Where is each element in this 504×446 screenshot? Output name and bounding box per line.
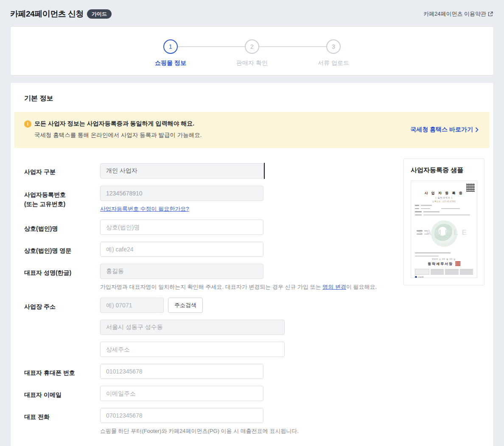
cert-subtitle: ( 일반과세자 )	[415, 196, 473, 199]
step-2-circle: 2	[245, 39, 259, 54]
chevron-right-icon	[475, 127, 479, 132]
address1-input	[100, 320, 285, 335]
cert-regno: 등록번호 : 123-45-67890	[415, 200, 473, 203]
mobile-label: 대표자 휴대폰 번호	[24, 364, 100, 379]
ceo-name-input	[100, 264, 263, 279]
nts-logo-icon	[415, 276, 417, 278]
cert-title: 사 업 자 등 록 증	[415, 191, 473, 195]
cert-agency: 국세청	[415, 276, 473, 278]
step-3-label: 서류 업로드	[318, 59, 349, 67]
stepper-card: 1 쇼핑몰 정보 2 판매자 확인 3 서류 업로드	[10, 26, 494, 75]
tel-input[interactable]	[100, 408, 263, 423]
basic-info-card: 기본 정보 i 모든 사업자 정보는 사업자등록증과 동일하게 입력해야 해요.…	[10, 82, 494, 446]
form-row-address: 사업장 주소 주소검색	[24, 298, 480, 357]
mobile-input[interactable]	[100, 364, 263, 379]
terms-link-label: 카페24페이먼츠 이용약관	[423, 10, 486, 18]
step-1-circle: 1	[163, 39, 178, 54]
cert-footer-strip	[415, 269, 473, 275]
text-cursor	[264, 163, 265, 179]
stepper: 1 쇼핑몰 정보 2 판매자 확인 3 서류 업로드	[163, 39, 341, 75]
step-doc-upload: 3 서류 업로드	[326, 39, 341, 54]
business-registration-sample-image: 사 업 자 등 록 증 ( 일반과세자 ) 등록번호 : 123-45-6789…	[411, 181, 477, 278]
cert-watermark-area: SAMPLE	[415, 217, 473, 250]
email-input[interactable]	[100, 386, 263, 401]
cert-text-line	[415, 256, 473, 257]
biz-number-input	[100, 186, 263, 201]
hometax-link[interactable]: 국세청 홈택스 바로가기	[410, 126, 479, 134]
company-name-input[interactable]	[100, 220, 263, 235]
email-label: 대표자 이메일	[24, 386, 100, 401]
page-header: 카페24페이먼츠 신청 가이드 카페24페이먼츠 이용약관	[0, 0, 504, 26]
step-seller-verify: 2 판매자 확인	[245, 39, 259, 54]
notice-line2: 국세청 홈택스를 통해 온라인에서 사업자 등록과 발급이 가능해요.	[34, 131, 202, 139]
form-row-mobile: 대표자 휴대폰 번호	[24, 364, 480, 379]
zip-code-input	[100, 298, 164, 313]
cert-date: 2020 년 00 월 00 일	[415, 258, 473, 260]
sample-certificate-box: 사업자등록증 샘플 사 업 자 등 록 증 ( 일반과세자 ) 등록번호 : 1…	[403, 159, 484, 285]
ceo-name-label: 대표자 성명(한글)	[24, 264, 100, 291]
ceo-name-helper: 가입자명과 대표자명이 일치하는지 확인해 주세요. 대표자가 변경되는 경우 …	[100, 283, 377, 291]
form-row-tel: 대표 전화 쇼핑몰 하단 푸터(Footer)와 카페24페이먼츠(PG) 이용…	[24, 408, 480, 435]
step-3-circle: 3	[326, 39, 341, 54]
biz-type-label: 사업자 구분	[24, 163, 100, 179]
biz-number-label2: (또는 고유번호)	[24, 199, 100, 209]
address2-input[interactable]	[100, 342, 285, 357]
info-icon: i	[24, 120, 31, 128]
notice-line1: 모든 사업자 정보는 사업자등록증과 동일하게 입력해야 해요.	[34, 120, 194, 128]
hometax-link-label: 국세청 홈택스 바로가기	[410, 126, 473, 134]
company-name-label: 상호(법인)명	[24, 220, 100, 235]
sample-title: 사업자등록증 샘플	[411, 166, 477, 174]
company-name-en-label: 상호(법인)명 영문	[24, 242, 100, 257]
tel-label: 대표 전화	[24, 408, 100, 435]
cert-text-line	[415, 215, 473, 216]
cert-text-line	[415, 211, 473, 212]
name-change-link[interactable]: 명의 변경	[322, 284, 346, 290]
address-label: 사업장 주소	[24, 298, 100, 357]
qr-code-icon	[466, 183, 475, 192]
biz-number-edit-link[interactable]: 사업자등록번호 수정이 필요한가요?	[100, 205, 189, 213]
company-name-en-input[interactable]	[100, 242, 263, 257]
tel-helper: 쇼핑몰 하단 푸터(Footer)와 카페24페이먼츠(PG) 이용 시 매출전…	[100, 427, 299, 435]
page-title: 카페24페이먼츠 신청	[10, 8, 84, 20]
step-shop-info: 1 쇼핑몰 정보	[163, 39, 178, 54]
form-row-email: 대표자 이메일	[24, 386, 480, 401]
step-2-label: 판매자 확인	[236, 59, 268, 67]
cert-text-line	[415, 208, 473, 209]
address-search-button[interactable]: 주소검색	[168, 298, 203, 313]
stepper-connector	[178, 46, 245, 47]
red-seal-icon	[455, 261, 460, 266]
cert-text-line	[415, 205, 473, 206]
stepper-connector	[259, 46, 326, 47]
notice-banner: i 모든 사업자 정보는 사업자등록증과 동일하게 입력해야 해요. 국세청 홈…	[14, 112, 490, 148]
section-title: 기본 정보	[11, 83, 493, 112]
biz-type-input[interactable]	[100, 163, 263, 178]
guide-badge[interactable]: 가이드	[87, 9, 112, 19]
biz-number-label: 사업자등록번호	[24, 190, 100, 199]
step-1-label: 쇼핑몰 정보	[155, 59, 186, 67]
external-link-icon	[488, 11, 493, 17]
cert-issuer: 동작세무서장	[428, 262, 453, 266]
terms-link[interactable]: 카페24페이먼츠 이용약관	[423, 10, 493, 18]
cert-text-line	[415, 252, 473, 254]
